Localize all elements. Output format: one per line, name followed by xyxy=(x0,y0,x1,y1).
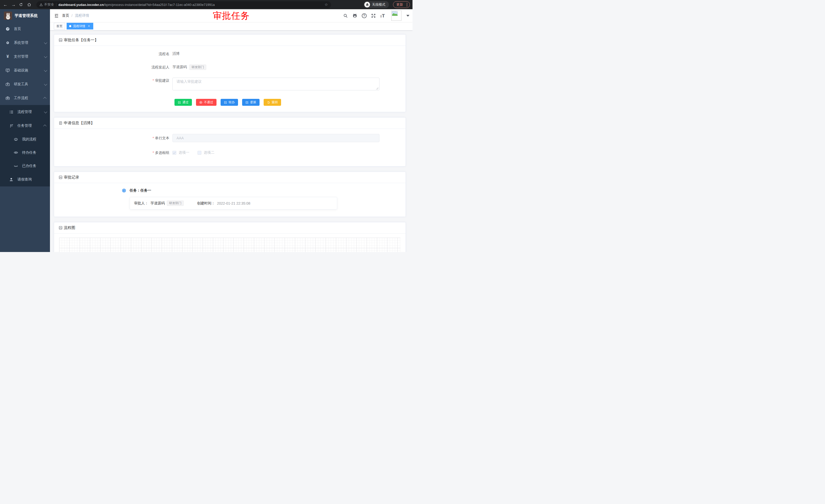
url-text: dashboard.yudao.iocoder.cn/bpm/process-i… xyxy=(58,3,322,7)
forward-icon[interactable]: → xyxy=(11,3,16,7)
initiator-value: 芋道源码 xyxy=(172,65,187,69)
search-icon[interactable] xyxy=(343,13,348,18)
approve-button[interactable]: 通过 xyxy=(174,99,192,106)
active-dot xyxy=(69,25,71,27)
app-header: 首页 / 流程详情 审批任务 TT xyxy=(50,9,412,22)
warning-icon xyxy=(40,3,43,6)
browser-chrome: ← → 不安全 dashboard.yudao.iocoder.cn/bpm/p… xyxy=(0,0,412,9)
tag-home[interactable]: 首页 xyxy=(54,23,65,29)
user-icon xyxy=(9,177,14,182)
picture-icon xyxy=(59,175,63,179)
approval-actions: 通过 不通过 转办 委 xyxy=(174,99,400,106)
reload-icon[interactable] xyxy=(19,3,24,7)
suggestion-textarea[interactable] xyxy=(172,78,379,90)
header-actions: TT xyxy=(343,10,412,21)
record-item: 审批人： 芋道源码 研发部门 创建时间： 2022-01-21 22:35:08 xyxy=(130,197,337,209)
update-button[interactable]: 更新 xyxy=(393,1,410,8)
sidebar-item-workflow[interactable]: 工作流程 xyxy=(0,91,50,105)
chevron-down-icon xyxy=(44,110,48,113)
single-text-row: 单行文本 xyxy=(139,134,400,142)
approval-record-card: 审批记录 任务：任务一 审批人： 芋道源码 研发部门 xyxy=(54,172,406,217)
dashboard-icon xyxy=(5,26,10,31)
process-name-label: 流程名 xyxy=(139,51,172,57)
incognito-icon xyxy=(364,2,370,7)
approver-label: 审批人： xyxy=(134,201,148,205)
process-name-row: 流程名 滔博 xyxy=(139,51,400,57)
annotation-text: 审批任务 xyxy=(213,10,250,22)
sidebar-item-leave-query[interactable]: 请假查询 xyxy=(0,173,50,186)
initiator-row: 流程发起人 芋道源码 研发部门 xyxy=(139,64,400,70)
toolbox-icon xyxy=(5,82,10,87)
suggestion-label: 审批建议 xyxy=(139,78,172,83)
sidebar-item-my-process[interactable]: 我的流程 xyxy=(0,133,50,146)
sidebar-item-todo-tasks[interactable]: 待办任务 xyxy=(0,146,50,159)
home-icon[interactable] xyxy=(27,3,33,7)
security-warning[interactable]: 不安全 xyxy=(40,2,54,7)
dept-tag: 研发部门 xyxy=(189,65,206,70)
single-text-label: 单行文本 xyxy=(139,135,172,141)
breadcrumb-home[interactable]: 首页 xyxy=(62,13,69,18)
reject-button[interactable]: 不通过 xyxy=(196,99,217,106)
chevron-down-icon xyxy=(44,68,48,72)
bpmn-canvas[interactable] xyxy=(59,238,400,252)
checkbox-group-row: 多选框组 选项一 选项二 xyxy=(139,150,400,156)
sidebar-item-task-mgmt[interactable]: 任务管理 xyxy=(0,119,50,133)
approval-task-card: 审批任务【任务一】 流程名 滔博 流程发起人 芋道源码 研发部门 xyxy=(54,34,406,112)
app-logo[interactable]: 芋道管理系统 xyxy=(0,9,50,22)
font-size-icon[interactable]: TT xyxy=(380,13,385,18)
sidebar-item-process-mgmt[interactable]: 流程管理 xyxy=(0,105,50,119)
sidebar-item-infra[interactable]: 基础设施 xyxy=(0,64,50,77)
kebab-menu-icon[interactable] xyxy=(405,3,408,6)
sidebar-item-home[interactable]: 首页 xyxy=(0,22,50,36)
checkbox-group-label: 多选框组 xyxy=(139,150,172,156)
create-time-value: 2022-01-21 22:35:08 xyxy=(217,201,250,205)
edit-icon xyxy=(178,101,181,104)
fullscreen-icon[interactable] xyxy=(371,13,376,18)
update-label: 更新 xyxy=(396,2,403,7)
checkbox-option-2: 选项二 xyxy=(198,150,214,155)
briefcase-icon xyxy=(5,95,10,101)
sidebar-item-system[interactable]: 系统管理 xyxy=(0,36,50,50)
tag-process-detail[interactable]: 流程详情 xyxy=(67,23,93,29)
breadcrumb-current: 流程详情 xyxy=(75,13,89,18)
process-name-value: 滔博 xyxy=(172,52,179,56)
url-path: /bpm/process-instance/detail?id=54aa251f… xyxy=(104,3,215,7)
back-icon[interactable]: ← xyxy=(3,3,8,7)
card-header: 审批任务【任务一】 xyxy=(54,34,405,46)
checkbox-icon xyxy=(198,151,201,155)
return-button[interactable]: 退回 xyxy=(264,99,281,106)
github-icon[interactable] xyxy=(352,13,357,18)
delegate-button[interactable]: 委派 xyxy=(242,99,259,106)
page-content: 审批任务【任务一】 流程名 滔博 流程发起人 芋道源码 研发部门 xyxy=(50,30,412,252)
close-tag-icon[interactable] xyxy=(87,24,91,28)
fold-sidebar-icon[interactable] xyxy=(54,13,59,18)
bookmark-star-icon[interactable]: ☆ xyxy=(325,2,328,7)
circle-close-icon xyxy=(199,101,203,104)
caret-down-icon[interactable] xyxy=(406,15,409,17)
card-title: 审批任务【任务一】 xyxy=(64,37,98,43)
incognito-label: 无痕模式 xyxy=(372,2,385,7)
avatar[interactable] xyxy=(391,10,401,21)
eye-icon xyxy=(13,150,18,155)
checkbox-option-1: 选项一 xyxy=(172,150,189,155)
rollback-icon xyxy=(267,101,270,104)
picture-icon xyxy=(59,226,63,230)
url-bar[interactable]: 不安全 dashboard.yudao.iocoder.cn/bpm/proce… xyxy=(36,1,331,8)
checkbox-icon xyxy=(172,151,176,155)
sidebar-item-devtools[interactable]: 研发工具 xyxy=(0,77,50,91)
breadcrumb: 首页 / 流程详情 xyxy=(62,13,89,18)
list-icon xyxy=(9,109,14,114)
chevron-up-icon xyxy=(43,97,47,100)
breadcrumb-separator: / xyxy=(71,14,73,18)
approval-timeline: 任务：任务一 审批人： 芋道源码 研发部门 创建时间： 2022-0 xyxy=(122,188,400,212)
resize-handle[interactable] xyxy=(376,87,379,90)
edit-icon xyxy=(224,101,227,104)
help-icon[interactable] xyxy=(362,13,367,18)
sidebar-item-done-tasks[interactable]: 已办任务 xyxy=(0,159,50,173)
transfer-button[interactable]: 转办 xyxy=(221,99,238,106)
gear-icon xyxy=(5,40,10,45)
monitor-icon xyxy=(5,68,10,73)
workflow-submenu: 流程管理 任务管理 我的流程 待办任务 已办任务 请假 xyxy=(0,105,50,186)
suggestion-row: 审批建议 xyxy=(139,78,400,91)
sidebar-item-payment[interactable]: ¥ 支付管理 xyxy=(0,50,50,64)
